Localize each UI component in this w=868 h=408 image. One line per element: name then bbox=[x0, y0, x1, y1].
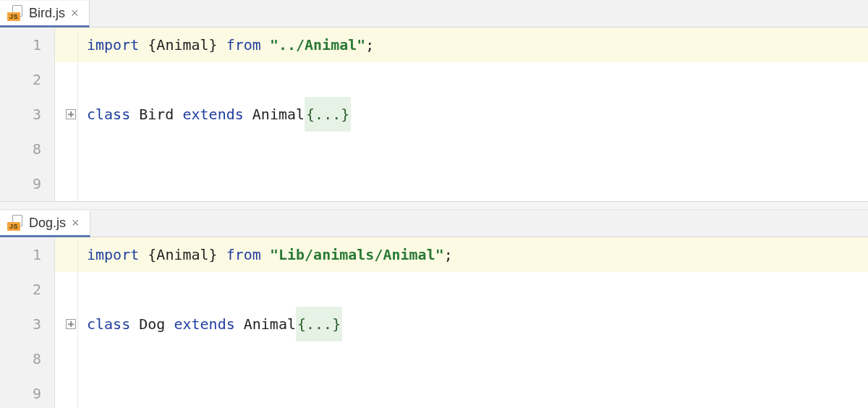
line-number: 1 bbox=[0, 237, 55, 272]
code-line[interactable]: 2 bbox=[0, 62, 868, 97]
token: } bbox=[209, 237, 226, 272]
line-number: 9 bbox=[0, 166, 55, 201]
token: } bbox=[209, 27, 226, 62]
token: Animal bbox=[156, 237, 208, 272]
code-editor[interactable]: 1import {Animal} from "../Animal";23clas… bbox=[0, 27, 868, 201]
fold-gutter bbox=[55, 272, 78, 307]
code-content[interactable] bbox=[78, 341, 868, 376]
pane-separator bbox=[0, 201, 868, 210]
code-line[interactable]: 9 bbox=[0, 376, 868, 408]
line-number: 3 bbox=[0, 97, 55, 132]
code-content[interactable] bbox=[78, 132, 868, 166]
file-tab[interactable]: JSBird.js× bbox=[0, 1, 90, 27]
line-number: 8 bbox=[0, 341, 55, 376]
code-line[interactable]: 1import {Animal} from "../Animal"; bbox=[0, 27, 868, 62]
code-content[interactable] bbox=[78, 272, 868, 307]
token: import bbox=[87, 27, 148, 62]
token: class bbox=[87, 307, 139, 341]
token: "Lib/animals/Animal" bbox=[270, 237, 444, 272]
js-badge: JS bbox=[7, 12, 20, 21]
token: Animal bbox=[156, 27, 208, 62]
token: Animal bbox=[252, 97, 305, 132]
code-line[interactable]: 3class Bird extends Animal{...} bbox=[0, 97, 868, 132]
line-number: 2 bbox=[0, 272, 55, 307]
code-content[interactable]: import {Animal} from "../Animal"; bbox=[78, 27, 868, 62]
fold-gutter bbox=[55, 27, 78, 62]
code-content[interactable] bbox=[78, 166, 868, 201]
token: "../Animal" bbox=[270, 27, 365, 62]
code-line[interactable]: 8 bbox=[0, 341, 868, 376]
fold-gutter bbox=[55, 62, 78, 97]
token: from bbox=[226, 27, 270, 62]
fold-gutter bbox=[55, 307, 78, 341]
close-icon[interactable]: × bbox=[71, 7, 79, 20]
token: extends bbox=[174, 307, 243, 341]
js-file-icon: JS bbox=[7, 215, 23, 231]
token: Animal bbox=[244, 307, 296, 341]
js-file-icon: JS bbox=[7, 5, 23, 21]
token: Dog bbox=[139, 307, 174, 341]
token: {...} bbox=[296, 307, 342, 341]
line-number: 2 bbox=[0, 62, 55, 97]
code-content[interactable]: import {Animal} from "Lib/animals/Animal… bbox=[78, 237, 868, 272]
line-number: 8 bbox=[0, 132, 55, 166]
fold-gutter bbox=[55, 97, 78, 132]
tab-bar: JSDog.js× bbox=[0, 210, 868, 237]
code-line[interactable]: 2 bbox=[0, 272, 868, 307]
fold-expand-icon[interactable] bbox=[66, 109, 76, 119]
fold-expand-icon[interactable] bbox=[66, 319, 76, 329]
tab-label: Bird.js bbox=[29, 6, 65, 21]
fold-gutter bbox=[55, 376, 78, 408]
token: extends bbox=[182, 97, 252, 132]
code-line[interactable]: 8 bbox=[0, 132, 868, 166]
fold-gutter bbox=[55, 166, 78, 201]
close-icon[interactable]: × bbox=[72, 216, 80, 229]
fold-gutter bbox=[55, 132, 78, 166]
code-line[interactable]: 9 bbox=[0, 166, 868, 201]
code-content[interactable]: class Bird extends Animal{...} bbox=[78, 97, 868, 132]
code-editor[interactable]: 1import {Animal} from "Lib/animals/Anima… bbox=[0, 237, 868, 408]
code-line[interactable]: 1import {Animal} from "Lib/animals/Anima… bbox=[0, 237, 868, 272]
line-number: 1 bbox=[0, 27, 55, 62]
file-tab[interactable]: JSDog.js× bbox=[0, 211, 90, 237]
js-badge: JS bbox=[7, 222, 20, 231]
token: ; bbox=[444, 237, 453, 272]
code-content[interactable] bbox=[78, 376, 868, 408]
token: Bird bbox=[139, 97, 182, 132]
token: from bbox=[226, 237, 270, 272]
token: import bbox=[87, 237, 148, 272]
editor-pane: JSBird.js×1import {Animal} from "../Anim… bbox=[0, 0, 868, 201]
code-line[interactable]: 3class Dog extends Animal{...} bbox=[0, 307, 868, 341]
line-number: 9 bbox=[0, 376, 55, 408]
token: { bbox=[148, 27, 156, 62]
code-content[interactable]: class Dog extends Animal{...} bbox=[78, 307, 868, 341]
tab-label: Dog.js bbox=[29, 216, 66, 231]
token: { bbox=[148, 237, 156, 272]
token: {...} bbox=[305, 97, 351, 132]
fold-gutter bbox=[55, 341, 78, 376]
code-content[interactable] bbox=[78, 62, 868, 97]
token: class bbox=[87, 97, 139, 132]
tab-bar: JSBird.js× bbox=[0, 0, 868, 27]
token: ; bbox=[365, 27, 374, 62]
editor-pane: JSDog.js×1import {Animal} from "Lib/anim… bbox=[0, 210, 868, 408]
line-number: 3 bbox=[0, 307, 55, 341]
fold-gutter bbox=[55, 237, 78, 272]
